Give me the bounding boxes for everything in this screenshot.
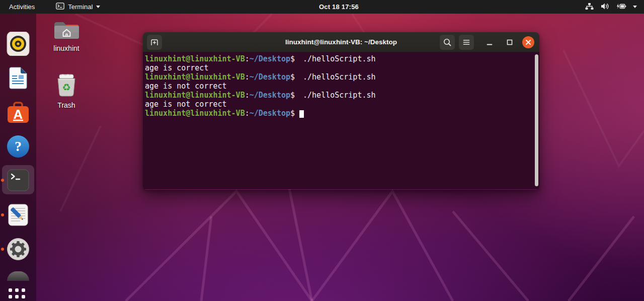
desktop-icon-label: Trash [47, 101, 86, 109]
network-icon [585, 3, 594, 12]
maximize-button[interactable] [502, 35, 517, 50]
libreoffice-writer-icon [6, 66, 30, 90]
running-dot-settings [1, 248, 4, 251]
window-title: linuxhint@linuxhint-VB: ~/Desktop [143, 38, 539, 46]
terminal-scrollbar[interactable] [535, 54, 538, 186]
terminal-lines: linuxhint@linuxhint-VB:~/Desktop$./hello… [145, 54, 532, 118]
running-dot-text-editor [1, 213, 4, 216]
help-icon: ? [6, 134, 30, 159]
terminal-line: age is correct [145, 63, 532, 72]
terminal-titlebar[interactable]: linuxhint@linuxhint-VB: ~/Desktop [143, 32, 539, 52]
app-menu-label: Terminal [68, 3, 93, 11]
rhythmbox-icon [6, 32, 30, 56]
menu-button[interactable] [459, 35, 474, 50]
home-folder-icon [52, 19, 81, 41]
desktop-icon-linuxhint[interactable]: linuxhint [47, 19, 86, 52]
running-dot-terminal [1, 179, 4, 182]
activities-label: Activities [9, 3, 35, 11]
terminal-line: linuxhint@linuxhint-VB:~/Desktop$./hello… [145, 91, 532, 100]
terminal-line: linuxhint@linuxhint-VB:~/Desktop$ [145, 109, 532, 118]
svg-text:♻: ♻ [62, 82, 70, 93]
dock-item-partial-app[interactable] [7, 271, 29, 281]
terminal-line: age is not correct [145, 100, 532, 109]
activities-button[interactable]: Activities [5, 0, 39, 14]
dock: A ? [0, 14, 36, 301]
desktop-icon-trash[interactable]: ♻ Trash [47, 73, 86, 109]
new-tab-icon [149, 37, 159, 47]
terminal-window: linuxhint@linuxhint-VB: ~/Desktop [143, 32, 539, 190]
chevron-down-icon [633, 6, 637, 8]
terminal-mini-icon [56, 3, 64, 11]
system-tray[interactable] [585, 3, 639, 12]
new-tab-button[interactable] [147, 35, 162, 50]
ubuntu-software-icon: A [6, 100, 30, 124]
minimize-button[interactable] [482, 35, 497, 50]
volume-icon [601, 3, 609, 12]
dock-item-settings[interactable] [6, 237, 30, 261]
dock-item-text-editor[interactable] [6, 203, 30, 227]
dock-item-help[interactable]: ? [6, 134, 30, 159]
minimize-icon [486, 38, 494, 46]
battery-icon [616, 3, 626, 12]
search-icon [442, 37, 452, 47]
dock-item-rhythmbox[interactable] [6, 32, 30, 56]
terminal-line: linuxhint@linuxhint-VB:~/Desktop$./hello… [145, 54, 532, 63]
search-button[interactable] [440, 35, 455, 50]
app-menu-terminal[interactable]: Terminal [52, 0, 104, 14]
dock-item-libreoffice-writer[interactable] [6, 66, 30, 90]
maximize-icon [506, 38, 514, 46]
svg-text:A: A [14, 107, 23, 122]
hamburger-menu-icon [461, 37, 471, 47]
dock-item-ubuntu-software[interactable]: A [6, 100, 30, 124]
top-bar: Activities Terminal Oct 18 17:56 [0, 0, 644, 14]
dock-item-terminal[interactable] [6, 168, 30, 192]
terminal-line: age is not correct [145, 82, 532, 91]
chevron-down-icon [96, 6, 100, 8]
close-button[interactable] [522, 36, 534, 48]
terminal-line: linuxhint@linuxhint-VB:~/Desktop$./hello… [145, 72, 532, 82]
trash-icon: ♻ [52, 73, 80, 98]
close-icon [525, 39, 531, 45]
terminal-icon [6, 168, 30, 192]
terminal-screen[interactable]: linuxhint@linuxhint-VB:~/Desktop$./hello… [143, 52, 539, 189]
clock[interactable]: Oct 18 17:56 [319, 0, 359, 14]
desktop-icon-label: linuxhint [47, 44, 86, 52]
show-applications-button[interactable] [9, 288, 28, 301]
gear-icon [6, 237, 30, 261]
text-editor-icon [6, 203, 30, 227]
terminal-cursor [299, 110, 304, 118]
svg-text:?: ? [15, 138, 22, 154]
